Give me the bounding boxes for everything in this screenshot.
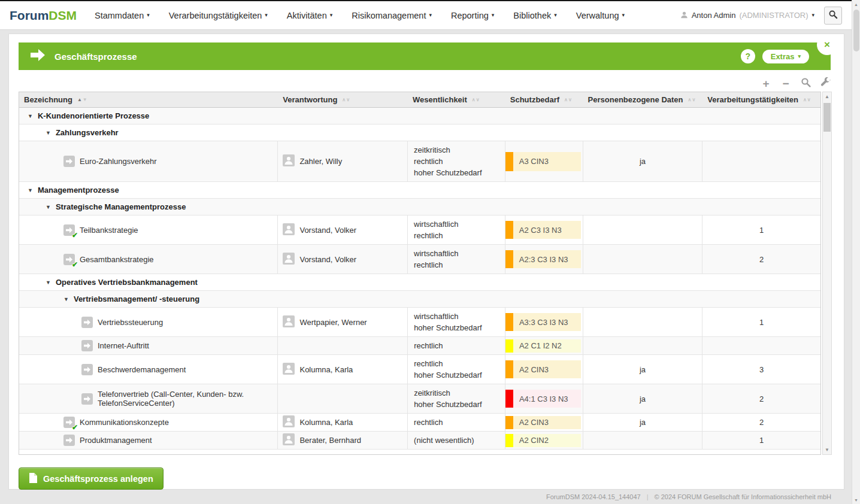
close-icon: ×: [824, 39, 830, 51]
process-arrow-icon: [81, 340, 93, 351]
column-header-verantwortung[interactable]: Verantwortung∧∨: [278, 92, 408, 107]
protection-badge-yellow: A2 CIN2: [505, 434, 581, 447]
table-row: BeschwerdemanagementKolumna, Karlarechtl…: [19, 355, 820, 384]
app-logo[interactable]: ForumDSM: [10, 8, 77, 23]
scroll-up-icon[interactable]: ▲: [825, 92, 829, 101]
page-scrollbar[interactable]: ▲ ▼: [852, 0, 860, 504]
person-icon: [283, 253, 295, 266]
process-cell-internet-auftritt[interactable]: Internet-Auftritt: [19, 337, 278, 354]
extras-button[interactable]: Extras ▾: [762, 50, 809, 63]
group-label: Zahlungsverkehr: [56, 128, 119, 137]
column-header-personenbezogene-daten[interactable]: Personenbezogene Daten∧∨: [583, 92, 703, 107]
materiality-cell: wirtschaftlichrechtlich: [408, 215, 505, 244]
responsibility-cell: Kolumna, Karla: [278, 414, 408, 431]
process-cell-telefonvertrieb-call-center-kunden-bzw-telefonservicecenter[interactable]: Telefonvertrieb (Call-Center, Kunden- bz…: [19, 384, 278, 413]
table-row: ✔KommunikationskonzepteKolumna, Karlarec…: [19, 414, 820, 432]
scroll-down-icon[interactable]: ▼: [825, 445, 829, 454]
expand-all-icon[interactable]: +: [761, 78, 771, 89]
global-search-button[interactable]: [824, 7, 842, 25]
table-row: ▼Zahlungsverkehr: [19, 125, 820, 141]
protection-badge-yellow: A2 C1 I2 N2: [505, 339, 581, 353]
table-search-icon[interactable]: [800, 77, 811, 89]
sort-icons: ∧∨: [564, 98, 573, 102]
collapse-triangle-icon[interactable]: ▼: [63, 296, 69, 302]
help-button[interactable]: ?: [741, 49, 755, 63]
copyright-text: © 2024 FORUM Gesellschaft für Informatio…: [655, 493, 831, 500]
sort-icons: ∧∨: [342, 98, 350, 102]
process-cell-beschwerdemanagement[interactable]: Beschwerdemanagement: [19, 355, 278, 384]
column-header-schutzbedarf[interactable]: Schutzbedarf∧∨: [505, 92, 583, 107]
materiality-line: wirtschaftlich: [414, 311, 458, 322]
protection-code: A2 CIN3: [513, 360, 581, 378]
group-row-managementprozesse[interactable]: ▼Managementprozesse: [19, 182, 820, 198]
table-scrollbar[interactable]: ▲ ▼: [822, 92, 832, 455]
table-header-row: Bezeichnung▲▼Verantwortung∧∨Wesentlichke…: [19, 92, 820, 108]
protection-need-cell: A2 C3 I3 N3: [505, 215, 583, 244]
menu-bibliothek[interactable]: Bibliothek▾: [513, 11, 556, 20]
table-scrollbar-thumb[interactable]: [823, 103, 831, 132]
column-header-wesentlichkeit[interactable]: Wesentlichkeit∧∨: [408, 92, 505, 107]
menu-reporting[interactable]: Reporting▾: [451, 11, 494, 20]
process-cell-kommunikationskonzepte[interactable]: ✔Kommunikationskonzepte: [19, 414, 278, 431]
menu-aktivitäten[interactable]: Aktivitäten▾: [287, 11, 332, 20]
responsibility-cell: Berater, Bernhard: [278, 432, 408, 449]
protection-need-cell: A2 C1 I2 N2: [505, 337, 583, 354]
person-icon: [283, 433, 295, 447]
close-panel-button[interactable]: ×: [819, 37, 835, 53]
user-name: Anton Admin: [692, 11, 736, 20]
group-row-k-kundenorientierte-prozesse[interactable]: ▼K-Kundenorientierte Prozesse: [19, 108, 820, 124]
personal-data-cell: ja: [583, 355, 703, 384]
menu-stammdaten[interactable]: Stammdaten▾: [95, 11, 150, 20]
process-label: Euro-Zahlungsverkehr: [80, 157, 157, 166]
personal-data-cell: [583, 337, 703, 354]
process-label: Teilbankstrategie: [80, 226, 138, 235]
settings-wrench-icon[interactable]: [820, 77, 831, 89]
process-cell-produktmanagement[interactable]: Produktmanagement: [19, 432, 278, 449]
collapse-triangle-icon[interactable]: ▼: [28, 113, 33, 119]
menu-verwaltung[interactable]: Verwaltung▾: [576, 11, 625, 20]
user-menu[interactable]: Anton Admin (ADMINISTRATOR) ▾: [680, 11, 814, 20]
column-header-bezeichnung[interactable]: Bezeichnung▲▼: [19, 92, 278, 107]
process-label: Vertriebssteuerung: [98, 318, 163, 327]
severity-color-square: [505, 434, 513, 447]
column-header-verarbeitungstätigkeiten[interactable]: Verarbeitungstätigkeiten∧∨: [702, 92, 820, 107]
group-row-strategische-managementprozesse[interactable]: ▼Strategische Managementprozesse: [19, 199, 820, 215]
group-row-vertriebsmanagement-steuerung[interactable]: ▼Vertriebsmanagement/ -steuerung: [19, 291, 820, 307]
responsibility-cell: Wertpapier, Werner: [278, 308, 408, 336]
user-role: (ADMINISTRATOR): [739, 11, 808, 20]
processing-activities-cell: 1: [702, 308, 820, 336]
group-label: Vertriebsmanagement/ -steuerung: [74, 294, 199, 303]
collapse-triangle-icon[interactable]: ▼: [46, 455, 51, 456]
processing-activities-count: 1: [759, 436, 764, 445]
process-cell-euro-zahlungsverkehr[interactable]: Euro-Zahlungsverkehr: [19, 141, 278, 181]
create-process-button[interactable]: Geschäftsprozess anlegen: [19, 467, 163, 490]
window-top-edge: [0, 0, 860, 1]
collapse-triangle-icon[interactable]: ▼: [46, 204, 51, 210]
group-row-zahlungsverkehr[interactable]: ▼Zahlungsverkehr: [19, 125, 820, 141]
protection-code: A2 CIN3: [513, 416, 581, 429]
page-scroll-down-icon[interactable]: ▼: [854, 496, 858, 504]
materiality-line: hoher Schutzbedarf: [414, 322, 482, 333]
chevron-down-icon: ▾: [492, 13, 495, 18]
group-row-operatives-vertriebsbankmanagement[interactable]: ▼Operatives Vertriebsbankmanagement: [19, 274, 820, 290]
collapse-all-icon[interactable]: −: [780, 78, 791, 89]
page-scrollbar-thumb[interactable]: [853, 10, 859, 51]
page-scroll-up-icon[interactable]: ▲: [854, 0, 858, 8]
person-icon: [283, 154, 295, 168]
collapse-triangle-icon[interactable]: ▼: [46, 280, 51, 286]
process-cell-teilbankstrategie[interactable]: ✔Teilbankstrategie: [19, 215, 278, 244]
collapse-triangle-icon[interactable]: ▼: [28, 187, 33, 193]
process-cell-vertriebssteuerung[interactable]: Vertriebssteuerung: [19, 308, 278, 336]
chevron-down-icon: ▾: [554, 13, 557, 18]
materiality-line: wirtschaftlich: [414, 248, 458, 259]
check-icon: ✔: [72, 231, 78, 239]
process-cell-gesamtbankstrategie[interactable]: ✔Gesamtbankstrategie: [19, 245, 278, 274]
materiality-line: rechtlich: [414, 230, 443, 241]
group-row-operatives-produktionsbankmanagement[interactable]: ▼Operatives Produktionsbankmanagement: [19, 450, 820, 455]
menu-risikomanagement[interactable]: Risikomanagement▾: [352, 11, 432, 20]
collapse-triangle-icon[interactable]: ▼: [46, 130, 51, 136]
menu-verarbeitungstätigkeiten[interactable]: Verarbeitungstätigkeiten▾: [169, 11, 268, 20]
severity-color-square: [505, 221, 513, 239]
materiality-line: hoher Schutzbedarf: [414, 167, 482, 178]
responsibility-cell: Zahler, Willy: [278, 141, 408, 181]
